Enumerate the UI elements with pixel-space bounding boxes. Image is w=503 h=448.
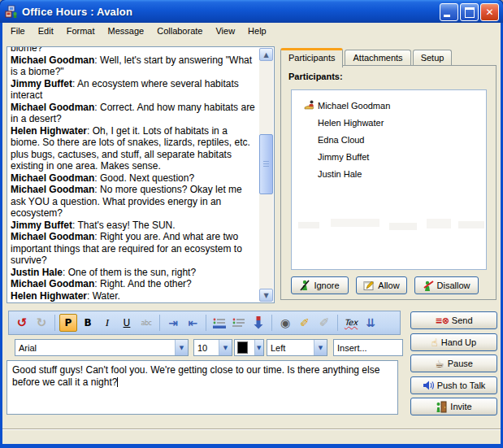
chat-message: Michael Goodman: Right. And the other?	[11, 278, 258, 290]
allow-icon	[363, 280, 375, 291]
tab-setup[interactable]: Setup	[413, 50, 453, 66]
menu-item[interactable]: Edit	[32, 24, 60, 38]
scroll-down-button[interactable]: ▼	[259, 289, 273, 302]
chat-message: Helen Highwater: Oh, I get it. Lots of h…	[11, 125, 258, 172]
participant-name: Justin Hale	[318, 169, 362, 179]
scroll-up-icon: ▲	[263, 51, 268, 59]
more-options-button[interactable]: ⇊	[362, 314, 379, 332]
participant-name: Edna Cloud	[318, 135, 365, 145]
underline-button[interactable]: U	[118, 314, 136, 332]
alignment-value: Left	[267, 343, 314, 353]
message-text: biome?	[11, 46, 42, 54]
undo-icon: ↺	[17, 315, 28, 330]
chevron-down-icon: ▼	[219, 340, 232, 355]
record-button[interactable]: ◉	[276, 314, 294, 332]
menu-item[interactable]: Collaborate	[150, 24, 209, 38]
font-color-swatch	[237, 341, 248, 354]
more-options-icon: ⇊	[366, 316, 375, 329]
chat-message: Jimmy Buffet: That's easy! The SUN.	[11, 220, 258, 232]
outdent-icon: ⇤	[188, 316, 197, 329]
char-format-button[interactable]: abc	[137, 314, 155, 332]
close-button[interactable]: ✕	[480, 3, 499, 21]
menu-item[interactable]: View	[209, 24, 241, 38]
message-input[interactable]: Good stuff guys! Can't fool you. We're g…	[7, 360, 398, 415]
redo-button[interactable]: ↻	[33, 314, 50, 332]
font-family-value: Arial	[15, 343, 175, 353]
bullet-list-button[interactable]	[210, 314, 228, 332]
status-bar	[2, 430, 501, 444]
chat-message: Michael Goodman: Good. Next question?	[11, 172, 258, 185]
send-label: Send	[452, 315, 473, 325]
jump-to-bottom-button[interactable]	[249, 314, 267, 332]
underline-icon: U	[124, 317, 131, 328]
formatting-toolbar: ↺ ↻ P B I U abc ⇥ ⇤	[8, 311, 401, 335]
message-text: That's easy! The SUN.	[77, 220, 175, 231]
allow-label: Allow	[378, 281, 399, 290]
font-size-combo[interactable]: 10 ▼	[193, 339, 232, 356]
outdent-button[interactable]: ⇤	[184, 314, 202, 332]
font-family-combo[interactable]: Arial ▼	[15, 339, 189, 356]
participant-row[interactable]: Edna Cloud	[292, 131, 486, 148]
transcript-scrollbar[interactable]: ▲ ▼	[259, 48, 273, 302]
chat-message: Jimmy Buffet: An ecosystem where several…	[11, 78, 258, 102]
scroll-down-icon: ▼	[263, 292, 268, 299]
hand-up-button[interactable]: ☝ Hand Up	[410, 333, 497, 351]
pause-button[interactable]: ☕ Pause	[410, 354, 497, 372]
eyedropper-button[interactable]: ✐	[315, 314, 333, 332]
chat-message: Helen Highwater: Water.	[11, 290, 258, 302]
chat-message: Michael Goodman: Well, let's start by an…	[11, 54, 258, 78]
chat-message: Michael Goodman: Correct. And how many h…	[11, 102, 258, 125]
push-to-talk-button[interactable]: Push to Talk	[410, 376, 497, 394]
maximize-button[interactable]	[460, 3, 479, 21]
spellcheck-icon: Tex	[345, 319, 358, 327]
numbered-list-button[interactable]	[230, 314, 248, 332]
menu-item[interactable]: Help	[241, 24, 273, 38]
indent-button[interactable]: ⇥	[164, 314, 182, 332]
chat-message: Michael Goodman: No more questions? Okay…	[11, 184, 258, 220]
message-sender: Michael Goodman	[11, 54, 94, 66]
coffee-cup-icon: ☕	[435, 358, 444, 370]
participant-row[interactable]: Justin Hale	[292, 165, 486, 182]
scrollbar-grip	[263, 161, 269, 167]
menu-item[interactable]: Format	[60, 24, 102, 38]
participants-list[interactable]: Michael Goodman Helen Highwater	[291, 89, 487, 270]
ignore-button[interactable]: Ignore	[291, 276, 349, 294]
bullet-list-icon	[213, 317, 226, 329]
font-color-combo[interactable]: ▼	[234, 339, 264, 356]
participant-row[interactable]: Jimmy Buffet	[292, 148, 486, 165]
hand-up-label: Hand Up	[441, 337, 476, 347]
allow-button[interactable]: Allow	[356, 276, 407, 294]
menubar: File Edit Format Message Collaborate Vie…	[2, 23, 501, 39]
alignment-combo[interactable]: Left ▼	[267, 339, 327, 356]
participant-row[interactable]: Helen Highwater	[292, 114, 486, 131]
spellcheck-button[interactable]: Tex	[342, 314, 360, 332]
paragraph-style-button[interactable]: P	[59, 314, 77, 332]
undo-button[interactable]: ↺	[13, 314, 31, 332]
highlighter-icon: ✐	[300, 316, 310, 329]
scrollbar-thumb[interactable]	[259, 134, 273, 194]
italic-button[interactable]: I	[98, 314, 116, 332]
tab-participants[interactable]: Participants	[280, 48, 343, 67]
disallow-button[interactable]: Disallow	[414, 276, 479, 294]
message-text: Right. And the other?	[100, 278, 192, 289]
highlighter-button[interactable]: ✐	[296, 314, 314, 332]
titlebar: Office Hours : Avalon ✕	[0, 0, 503, 23]
scroll-up-button[interactable]: ▲	[259, 48, 273, 61]
invite-button[interactable]: Invite	[410, 398, 497, 415]
hand-up-icon: ☝	[431, 337, 438, 349]
chevron-down-icon: ▼	[314, 340, 327, 355]
bold-button[interactable]: B	[79, 314, 97, 332]
menu-item[interactable]: File	[4, 24, 32, 38]
paragraph-icon: P	[59, 314, 77, 332]
insert-combo[interactable]: Insert...	[333, 339, 403, 356]
speaker-icon	[423, 381, 434, 390]
minimize-button[interactable]	[440, 3, 458, 21]
render-artifact	[292, 219, 486, 232]
tab-attachments[interactable]: Attachments	[345, 50, 410, 66]
send-button[interactable]: ≡⊗ Send	[410, 311, 497, 329]
menu-item[interactable]: Message	[102, 24, 151, 38]
font-size-value: 10	[194, 343, 219, 353]
chat-transcript[interactable]: : biome? Michael Goodman: Well, let's st…	[7, 46, 275, 303]
participant-row[interactable]: Michael Goodman	[292, 97, 486, 114]
message-sender: Justin Hale	[11, 267, 63, 278]
